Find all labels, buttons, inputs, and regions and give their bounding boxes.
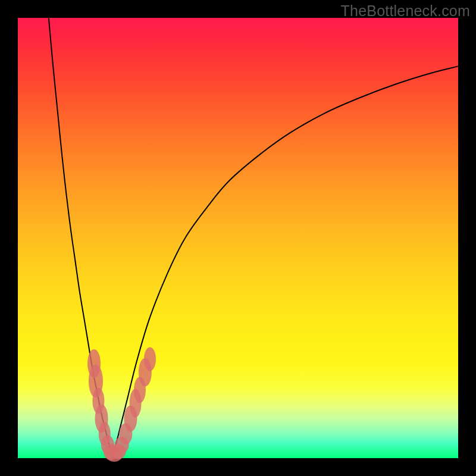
data-marker: [144, 347, 156, 371]
chart-svg: [18, 18, 458, 458]
chart-frame: TheBottleneck.com: [0, 0, 476, 476]
curve-left-branch: [49, 18, 112, 458]
curve-right-branch: [112, 66, 458, 458]
watermark-text: TheBottleneck.com: [341, 2, 470, 20]
data-markers: [87, 347, 156, 462]
